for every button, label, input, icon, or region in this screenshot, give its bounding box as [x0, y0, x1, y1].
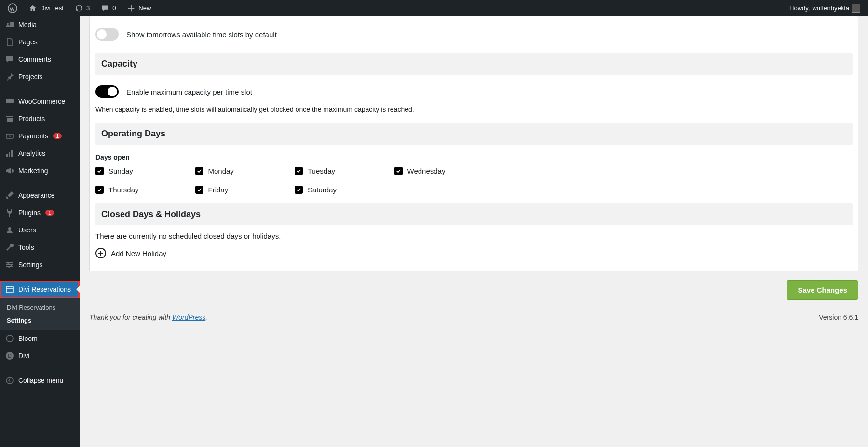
- wordpress-icon: [8, 3, 17, 13]
- wrench-icon: [5, 243, 14, 252]
- submenu-label: Settings: [7, 317, 31, 324]
- sidebar-item-divi[interactable]: DDivi: [0, 347, 80, 365]
- sidebar-item-label: Tools: [18, 244, 34, 251]
- sidebar-item-woocommerce[interactable]: WooCommerce: [0, 93, 80, 110]
- checkbox-monday[interactable]: [195, 167, 203, 175]
- home-icon: [28, 3, 38, 13]
- toggle-enable-capacity-label: Enable maximum capacity per time slot: [126, 88, 252, 96]
- day-label: Thursday: [108, 186, 139, 194]
- section-operating-days: Operating Days: [95, 123, 853, 145]
- checkbox-saturday[interactable]: [295, 186, 303, 194]
- sidebar-item-label: Plugins: [18, 209, 41, 217]
- submenu-label: Divi Reservations: [7, 304, 55, 311]
- footer-dot: .: [205, 313, 207, 321]
- sidebar-item-label: Appearance: [18, 191, 55, 199]
- pin-icon: [5, 72, 14, 81]
- sidebar-item-media[interactable]: Media: [0, 16, 80, 33]
- sidebar-item-label: Bloom: [18, 335, 38, 342]
- plug-icon: [5, 208, 14, 217]
- plus-icon: [126, 3, 136, 13]
- svg-rect-5: [6, 154, 8, 157]
- sidebar-item-marketing[interactable]: Marketing: [0, 162, 80, 179]
- checkbox-sunday[interactable]: [95, 167, 104, 175]
- comment-icon: [5, 54, 14, 64]
- svg-point-9: [7, 262, 9, 264]
- sidebar-item-label: Payments: [18, 132, 48, 140]
- sidebar-item-tools[interactable]: Tools: [0, 239, 80, 256]
- site-name: Divi Test: [40, 4, 64, 12]
- divi-icon: D: [5, 351, 14, 361]
- plus-circle-icon: [95, 248, 106, 258]
- submenu-item-divi-reservations[interactable]: Divi Reservations: [0, 301, 80, 314]
- money-icon: $: [5, 131, 14, 141]
- brush-icon: [5, 190, 14, 200]
- updates-link[interactable]: 3: [70, 0, 94, 16]
- section-closed-days: Closed Days & Holidays: [95, 203, 853, 225]
- sidebar-item-label: Marketing: [18, 167, 48, 175]
- svg-rect-6: [9, 152, 10, 157]
- sidebar-item-plugins[interactable]: Plugins1: [0, 204, 80, 221]
- sidebar-item-label: Projects: [18, 73, 43, 81]
- sidebar-collapse-menu[interactable]: Collapse menu: [0, 372, 80, 389]
- days-open-label: Days open: [95, 153, 852, 161]
- chart-icon: [5, 149, 14, 158]
- sidebar-item-label: Divi Reservations: [18, 285, 71, 293]
- svg-point-16: [6, 377, 13, 384]
- sidebar-item-label: Pages: [18, 38, 38, 46]
- day-label: Monday: [208, 167, 234, 175]
- wp-logo[interactable]: [4, 0, 21, 16]
- new-link[interactable]: New: [122, 0, 155, 16]
- svg-rect-12: [6, 286, 13, 293]
- megaphone-icon: [5, 166, 14, 176]
- add-new-holiday-button[interactable]: Add New Holiday: [95, 247, 853, 259]
- svg-rect-2: [6, 99, 14, 103]
- sidebar-item-bloom[interactable]: Bloom: [0, 330, 80, 347]
- admin-sidebar: Media Pages Comments Projects WooCommerc…: [0, 16, 80, 447]
- toggle-enable-capacity[interactable]: [95, 85, 119, 98]
- sidebar-item-label: Analytics: [18, 149, 45, 157]
- updates-count: 3: [86, 4, 90, 12]
- archive-icon: [5, 114, 14, 123]
- toggle-show-tomorrow[interactable]: [95, 28, 119, 41]
- toggle-show-tomorrow-label: Show tomorrows available time slots by d…: [126, 30, 277, 39]
- footer-wordpress-link[interactable]: WordPress: [172, 313, 205, 321]
- plugins-badge: 1: [45, 210, 54, 216]
- add-holiday-label: Add New Holiday: [111, 249, 166, 257]
- page-icon: [5, 37, 14, 47]
- checkbox-wednesday[interactable]: [394, 167, 403, 175]
- sidebar-item-label: Users: [18, 226, 36, 234]
- user-name: writtenbyekta: [812, 4, 849, 12]
- svg-point-10: [10, 264, 12, 266]
- checkbox-tuesday[interactable]: [295, 167, 303, 175]
- checkbox-thursday[interactable]: [95, 186, 104, 194]
- sidebar-item-pages[interactable]: Pages: [0, 33, 80, 51]
- site-link[interactable]: Divi Test: [24, 0, 68, 16]
- woo-icon: [5, 96, 14, 106]
- day-label: Sunday: [108, 167, 133, 175]
- media-icon: [5, 20, 14, 29]
- sidebar-item-settings[interactable]: Settings: [0, 256, 80, 273]
- sidebar-item-divi-reservations[interactable]: Divi Reservations: [0, 281, 80, 298]
- sidebar-item-label: WooCommerce: [18, 97, 65, 105]
- day-label: Saturday: [308, 186, 337, 194]
- user-icon: [5, 225, 14, 235]
- sidebar-item-payments[interactable]: $Payments1: [0, 127, 80, 145]
- comments-link[interactable]: 0: [96, 0, 120, 16]
- no-closed-days-text: There are currently no scheduled closed …: [95, 232, 852, 240]
- save-changes-button[interactable]: Save Changes: [787, 280, 858, 300]
- sidebar-item-comments[interactable]: Comments: [0, 51, 80, 68]
- submenu-item-settings[interactable]: Settings: [0, 314, 80, 327]
- sidebar-item-analytics[interactable]: Analytics: [0, 145, 80, 162]
- footer-thanks: Thank you for creating with: [89, 313, 172, 321]
- sidebar-item-label: Settings: [18, 261, 43, 269]
- sidebar-item-projects[interactable]: Projects: [0, 68, 80, 85]
- sidebar-item-products[interactable]: Products: [0, 110, 80, 127]
- account-link[interactable]: Howdy, writtenbyekta: [786, 0, 864, 16]
- sidebar-item-label: Products: [18, 115, 45, 122]
- sidebar-item-users[interactable]: Users: [0, 221, 80, 239]
- day-label: Tuesday: [308, 167, 335, 175]
- svg-text:$: $: [9, 135, 11, 138]
- payments-badge: 1: [53, 133, 62, 139]
- sidebar-item-appearance[interactable]: Appearance: [0, 187, 80, 204]
- checkbox-friday[interactable]: [195, 186, 203, 194]
